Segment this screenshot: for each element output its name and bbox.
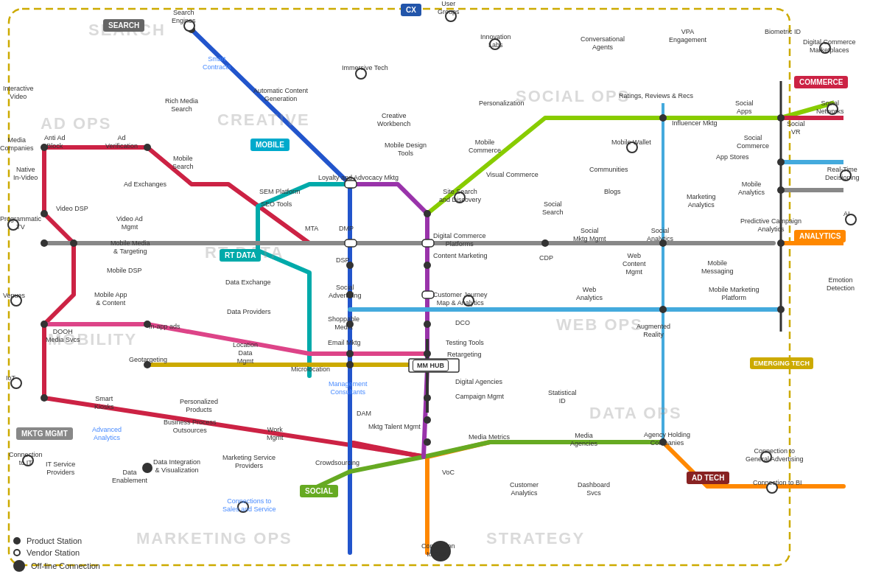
svg-point-54 bbox=[767, 483, 777, 493]
svg-point-31 bbox=[659, 438, 667, 446]
svg-point-43 bbox=[11, 378, 21, 388]
legend-vendor-label: Vendor Station bbox=[27, 548, 80, 557]
legend: Product Station Vendor Station Off-line … bbox=[13, 536, 100, 575]
svg-point-28 bbox=[659, 114, 667, 122]
svg-rect-63 bbox=[345, 239, 357, 247]
svg-point-56 bbox=[142, 463, 152, 473]
svg-point-13 bbox=[346, 262, 354, 269]
svg-point-36 bbox=[777, 306, 785, 313]
svg-point-8 bbox=[144, 361, 151, 368]
svg-point-22 bbox=[424, 321, 431, 328]
legend-product-label: Product Station bbox=[27, 536, 82, 545]
svg-point-34 bbox=[777, 186, 785, 194]
svg-point-47 bbox=[827, 104, 838, 114]
svg-point-15 bbox=[346, 321, 354, 328]
svg-point-30 bbox=[659, 306, 667, 313]
svg-point-48 bbox=[627, 142, 637, 153]
svg-point-4 bbox=[41, 239, 48, 247]
svg-point-29 bbox=[659, 239, 667, 247]
svg-rect-62 bbox=[422, 291, 434, 298]
svg-point-7 bbox=[144, 321, 151, 328]
svg-point-9 bbox=[41, 394, 48, 402]
svg-rect-0 bbox=[9, 9, 790, 565]
svg-rect-59 bbox=[409, 359, 459, 372]
legend-offline-connection: Off-line Connection bbox=[13, 560, 100, 572]
svg-point-38 bbox=[446, 11, 456, 21]
svg-point-6 bbox=[41, 321, 48, 328]
svg-point-41 bbox=[8, 220, 18, 230]
legend-product-station: Product Station bbox=[13, 536, 100, 545]
svg-point-26 bbox=[424, 438, 431, 446]
svg-rect-61 bbox=[422, 239, 434, 247]
svg-point-50 bbox=[455, 192, 465, 203]
legend-vendor-station: Vendor Station bbox=[13, 548, 100, 557]
svg-point-18 bbox=[424, 210, 431, 217]
svg-rect-60 bbox=[345, 181, 357, 188]
svg-point-58 bbox=[301, 487, 311, 497]
svg-point-27 bbox=[541, 239, 549, 247]
svg-point-53 bbox=[761, 452, 771, 462]
svg-point-55 bbox=[430, 541, 451, 561]
svg-point-5 bbox=[70, 239, 77, 247]
svg-point-51 bbox=[463, 295, 474, 306]
svg-point-42 bbox=[11, 295, 21, 306]
svg-point-33 bbox=[777, 158, 785, 166]
svg-point-52 bbox=[23, 455, 33, 466]
svg-point-2 bbox=[41, 210, 48, 217]
svg-point-35 bbox=[777, 239, 785, 247]
svg-point-40 bbox=[490, 39, 500, 49]
svg-point-46 bbox=[820, 43, 830, 53]
svg-point-37 bbox=[184, 21, 194, 31]
svg-point-57 bbox=[238, 502, 248, 512]
svg-point-44 bbox=[846, 214, 856, 225]
svg-point-14 bbox=[346, 291, 354, 298]
svg-point-16 bbox=[346, 350, 354, 357]
svg-point-20 bbox=[424, 262, 431, 269]
svg-point-24 bbox=[424, 394, 431, 402]
svg-point-45 bbox=[841, 170, 851, 181]
main-svg bbox=[0, 0, 884, 588]
map-container: SEARCH AD OPS CREATIVE SOCIAL OPS RT DAT… bbox=[0, 0, 884, 588]
svg-point-39 bbox=[356, 69, 366, 79]
svg-point-25 bbox=[424, 416, 431, 424]
svg-point-3 bbox=[144, 144, 151, 151]
svg-point-1 bbox=[41, 144, 48, 151]
svg-point-17 bbox=[346, 361, 354, 368]
svg-point-32 bbox=[777, 114, 785, 122]
legend-offline-label: Off-line Connection bbox=[31, 561, 100, 570]
svg-point-23 bbox=[424, 350, 431, 357]
